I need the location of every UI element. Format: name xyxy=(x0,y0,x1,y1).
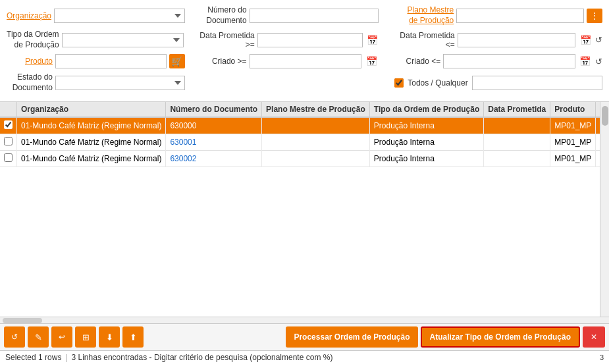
table-row[interactable]: 01-Mundo Café Matriz (Regime Normal)6300… xyxy=(0,134,600,150)
table-cell: 01-Mundo Café Matriz (Regime Normal) xyxy=(17,134,166,150)
criado-gte-label: Criado >= xyxy=(201,57,247,66)
table-cell: Produção Interna xyxy=(369,117,483,134)
table-row[interactable]: 01-Mundo Café Matriz (Regime Normal)6300… xyxy=(0,117,600,134)
table-row[interactable]: 01-Mundo Café Matriz (Regime Normal)6300… xyxy=(0,150,600,167)
table-cell: Produção Interna xyxy=(369,134,483,150)
row-checkbox[interactable] xyxy=(4,137,13,145)
estado-label: Estado doDocumento xyxy=(7,72,53,93)
table-container[interactable]: Organização Número do Documento Plano Me… xyxy=(0,102,600,317)
table-cell xyxy=(484,117,550,134)
todos-select[interactable] xyxy=(472,76,602,90)
table-cell: MP01_MP xyxy=(550,150,596,167)
todos-label: Todos / Qualquer xyxy=(408,78,467,88)
todos-checkbox[interactable] xyxy=(394,78,404,88)
download-icon: ⬇ xyxy=(106,332,113,342)
criado-lte-refresh[interactable]: ↺ xyxy=(595,57,602,66)
produto-search-button[interactable]: 🛒 xyxy=(169,54,185,68)
statusbar: Selected 1 rows | 3 Linhas encontradas -… xyxy=(0,350,609,364)
plano-mestre-label[interactable]: Plano Mestrede Produção xyxy=(394,5,454,26)
organizacao-select[interactable] xyxy=(54,9,185,23)
data-prometida-lte-input[interactable] xyxy=(458,33,575,47)
data-prometida-gte-cal-button[interactable]: 📅 xyxy=(365,33,380,47)
tipo-ordem-select[interactable] xyxy=(62,33,184,47)
undo-button[interactable]: ↩ xyxy=(51,326,72,348)
table-cell: 630002 xyxy=(166,150,262,167)
linhas-text: 3 Linhas encontradas - Digitar critério … xyxy=(72,353,333,362)
tipo-ordem-label: Tipo da Ordemde Produção xyxy=(7,30,59,50)
table-cell: 01-Mundo Café Matriz (Regime Normal) xyxy=(17,150,166,167)
plano-mestre-menu-button[interactable]: ⋮ xyxy=(587,9,602,23)
row-count-badge: 3 xyxy=(600,353,604,361)
table-cell: MP01_MP xyxy=(550,134,596,150)
processar-button[interactable]: Processar Ordem de Produção xyxy=(286,326,417,348)
col-checkbox xyxy=(0,102,17,117)
criado-lte-label: Criado <= xyxy=(394,57,440,66)
edit-button[interactable]: ✎ xyxy=(28,326,49,348)
edit-icon: ✎ xyxy=(35,332,42,342)
col-plano: Plano Mestre de Produção xyxy=(262,102,370,117)
monitor-icon: ⊞ xyxy=(82,332,90,342)
criado-lte-cal-button[interactable]: 📅 xyxy=(578,54,593,68)
refresh-icon: ↺ xyxy=(11,332,18,342)
upload-icon: ⬆ xyxy=(130,332,137,342)
table-cell xyxy=(484,150,550,167)
horizontal-scrollbar[interactable] xyxy=(0,317,609,323)
table-cell: 630000 xyxy=(166,117,262,134)
col-data: Data Prometida xyxy=(484,102,550,117)
monitor-button[interactable]: ⊞ xyxy=(75,326,96,348)
col-num-doc: Número do Documento xyxy=(166,102,262,117)
data-prometida-lte-cal-button[interactable]: 📅 xyxy=(578,33,593,47)
selected-rows-text: Selected 1 rows xyxy=(5,353,61,362)
search-form: Organização Número doDocumento Plano Mes… xyxy=(0,0,609,102)
criado-gte-cal-button[interactable]: 📅 xyxy=(364,54,379,68)
criado-gte-input[interactable] xyxy=(250,54,362,68)
plano-mestre-input[interactable] xyxy=(456,9,584,23)
produto-label[interactable]: Produto xyxy=(7,57,53,66)
vertical-scrollbar[interactable] xyxy=(600,102,609,317)
vscroll-thumb[interactable] xyxy=(602,106,608,126)
table-cell xyxy=(262,134,370,150)
close-button[interactable]: ✕ xyxy=(583,326,605,348)
close-icon: ✕ xyxy=(591,332,597,342)
col-tipo: Tipo da Ordem de Produção xyxy=(369,102,483,117)
atualizar-button[interactable]: Atualizar Tipo de Ordem de Produção xyxy=(421,326,580,348)
upload-button[interactable]: ⬆ xyxy=(122,326,144,348)
row-checkbox[interactable] xyxy=(4,153,13,162)
estado-select[interactable] xyxy=(55,76,185,90)
row-checkbox[interactable] xyxy=(4,120,13,129)
table-cell xyxy=(262,150,370,167)
undo-icon: ↩ xyxy=(59,332,65,342)
table-cell xyxy=(484,134,550,150)
table-cell: 01-Mundo Café Matriz (Regime Normal) xyxy=(17,117,166,134)
table-cell: MP01_MP xyxy=(550,117,596,134)
col-organizacao: Organização xyxy=(17,102,166,117)
organizacao-label[interactable]: Organização xyxy=(7,11,51,20)
refresh-button[interactable]: ↺ xyxy=(4,326,25,348)
data-prometida-gte-input[interactable] xyxy=(257,33,363,47)
data-prometida-lte-label: Data Prometida <= xyxy=(396,31,455,49)
row-checkbox-cell[interactable] xyxy=(0,134,17,150)
table-wrapper: Organização Número do Documento Plano Me… xyxy=(0,102,609,317)
produto-input[interactable] xyxy=(55,54,167,68)
col-produto: Produto xyxy=(550,102,596,117)
numero-doc-input[interactable] xyxy=(250,9,379,23)
row-checkbox-cell[interactable] xyxy=(0,117,17,134)
row-checkbox-cell[interactable] xyxy=(0,150,17,167)
table-cell: Produção Interna xyxy=(369,150,483,167)
table-cell: 630001 xyxy=(166,134,262,150)
numero-doc-label: Número doDocumento xyxy=(201,5,247,26)
bottom-toolbar: ↺ ✎ ↩ ⊞ ⬇ ⬆ Processar Ordem de Produção … xyxy=(0,323,609,350)
criado-lte-input[interactable] xyxy=(443,54,575,68)
status-separator-1: | xyxy=(65,353,67,362)
results-table: Organização Número do Documento Plano Me… xyxy=(0,102,600,167)
data-prometida-gte-label: Data Prometida >= xyxy=(199,31,254,49)
table-header-row: Organização Número do Documento Plano Me… xyxy=(0,102,600,117)
table-cell xyxy=(262,117,370,134)
hscroll-thumb[interactable] xyxy=(3,318,42,323)
data-prometida-lte-refresh[interactable]: ↺ xyxy=(595,35,602,45)
download-button[interactable]: ⬇ xyxy=(99,326,120,348)
